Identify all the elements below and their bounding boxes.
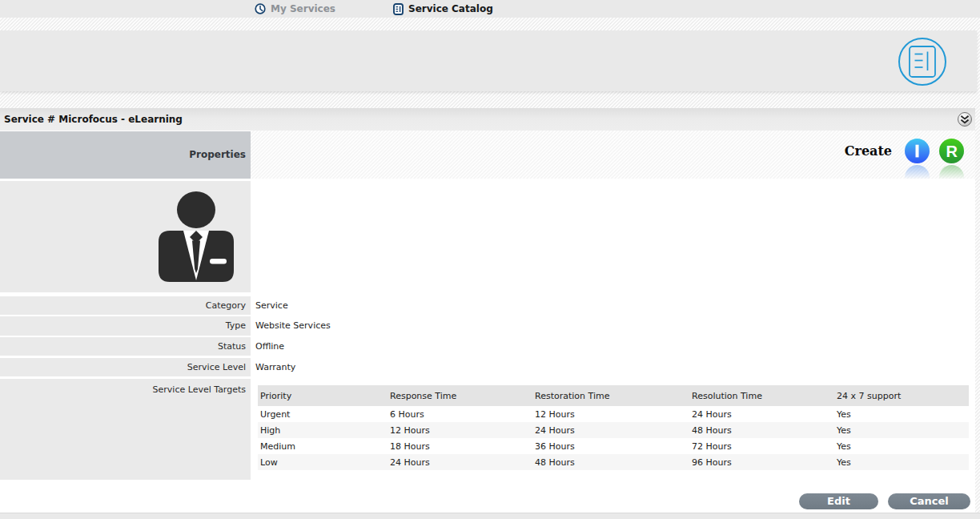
cell: 18 Hours <box>388 438 532 454</box>
cell: 48 Hours <box>532 454 689 470</box>
create-incident-button[interactable] <box>905 139 930 180</box>
collapse-button[interactable] <box>958 112 972 127</box>
toolbar-panel <box>0 30 977 91</box>
category-label-cell: Category <box>0 296 251 315</box>
properties-section-cell: Properties <box>0 131 251 179</box>
table-header-row: Priority Response Time Restoration Time … <box>258 385 969 406</box>
create-cluster: Create <box>845 139 964 180</box>
cell: Yes <box>834 422 969 438</box>
create-label[interactable]: Create <box>845 139 892 163</box>
service-level-targets-label: Service Level Targets <box>0 379 251 395</box>
col-response-time: Response Time <box>388 385 532 406</box>
category-label: Category <box>0 296 251 315</box>
cell: Yes <box>834 454 969 470</box>
catalog-icon <box>393 3 404 15</box>
svg-text:R: R <box>946 143 958 160</box>
cell: 24 Hours <box>689 406 834 422</box>
details-body: Properties Create <box>0 131 975 513</box>
cell: Medium <box>258 438 388 454</box>
properties-section-label: Properties <box>0 131 251 179</box>
type-value: Website Services <box>255 316 331 336</box>
cell: Yes <box>834 406 969 422</box>
footer-band <box>0 513 980 519</box>
cell: Yes <box>834 438 969 454</box>
service-level-value: Warranty <box>255 358 295 376</box>
create-request-button[interactable]: R <box>939 139 964 180</box>
cell: 6 Hours <box>388 406 532 422</box>
service-title: Service # Microfocus - eLearning <box>4 108 183 131</box>
tab-label-service-catalog: Service Catalog <box>408 3 493 14</box>
cancel-button[interactable]: Cancel <box>888 493 970 509</box>
category-value: Service <box>255 296 288 315</box>
clock-icon <box>255 3 266 14</box>
double-chevron-down-icon <box>961 115 969 124</box>
cell: Low <box>258 454 388 470</box>
cell: 72 Hours <box>689 438 834 454</box>
cell: 12 Hours <box>388 422 532 438</box>
table-row-high: High 12 Hours 24 Hours 48 Hours Yes <box>258 422 969 438</box>
type-label: Type <box>0 316 251 335</box>
col-24x7-support: 24 x 7 support <box>834 385 969 406</box>
tab-my-services[interactable]: My Services <box>255 0 335 18</box>
col-priority: Priority <box>258 385 388 406</box>
table-row-medium: Medium 18 Hours 36 Hours 72 Hours Yes <box>258 438 969 454</box>
cell: 12 Hours <box>532 406 689 422</box>
col-restoration-time: Restoration Time <box>532 385 689 406</box>
service-level-label: Service Level <box>0 358 251 376</box>
page: My Services Service Catalog Service # Mi… <box>0 0 980 519</box>
table-row-low: Low 24 Hours 48 Hours 96 Hours Yes <box>258 454 969 470</box>
cell: High <box>258 422 388 438</box>
cell: 48 Hours <box>689 422 834 438</box>
table-row-urgent: Urgent 6 Hours 12 Hours 24 Hours Yes <box>258 406 969 422</box>
properties-toolbar-area: Create <box>251 131 975 179</box>
tab-service-catalog[interactable]: Service Catalog <box>393 0 493 18</box>
service-catalog-circle-icon[interactable] <box>898 37 947 86</box>
edit-button[interactable]: Edit <box>799 493 878 509</box>
status-label: Status <box>0 337 251 356</box>
service-header: Service # Microfocus - eLearning <box>0 108 975 131</box>
cell: Urgent <box>258 406 388 422</box>
cell: 24 Hours <box>532 422 689 438</box>
service-level-targets-table: Priority Response Time Restoration Time … <box>258 385 969 470</box>
tab-bar: My Services Service Catalog <box>0 0 980 18</box>
tab-label-my-services: My Services <box>271 3 335 14</box>
service-level-label-cell: Service Level <box>0 358 251 376</box>
col-resolution-time: Resolution Time <box>689 385 834 406</box>
cell: 24 Hours <box>388 454 532 470</box>
type-label-cell: Type <box>0 316 251 336</box>
cell: 96 Hours <box>689 454 834 470</box>
status-label-cell: Status <box>0 337 251 356</box>
cell: 36 Hours <box>532 438 689 454</box>
status-value: Offline <box>255 337 284 356</box>
business-person-icon <box>159 191 234 282</box>
service-level-targets-cell: Service Level Targets <box>0 379 251 480</box>
